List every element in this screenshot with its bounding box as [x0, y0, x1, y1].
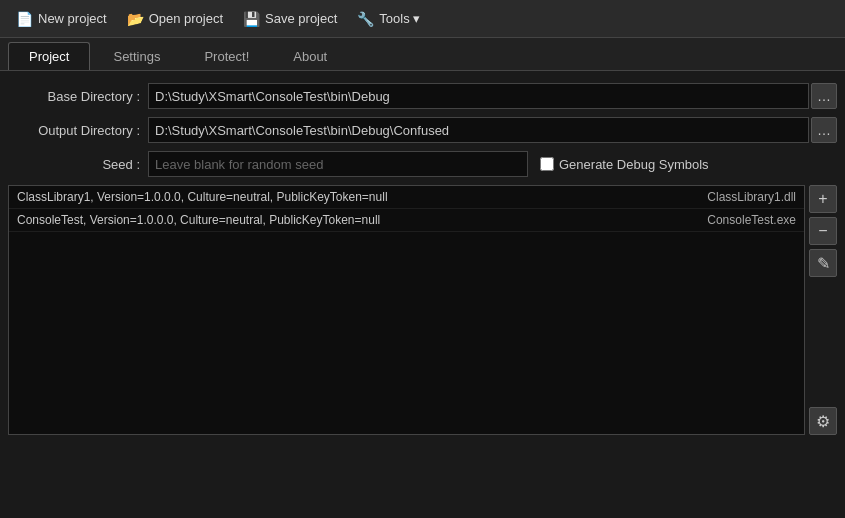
top-buttons-group: + − ✎ — [809, 185, 837, 277]
assembly-file: ConsoleTest.exe — [707, 213, 796, 227]
assembly-file: ClassLibrary1.dll — [707, 190, 796, 204]
base-dir-label: Base Directory : — [8, 89, 148, 104]
open-project-button[interactable]: 📂 Open project — [119, 7, 231, 31]
assembly-name: ConsoleTest, Version=1.0.0.0, Culture=ne… — [17, 213, 380, 227]
output-dir-label: Output Directory : — [8, 123, 148, 138]
list-area: ClassLibrary1, Version=1.0.0.0, Culture=… — [8, 185, 837, 435]
add-assembly-button[interactable]: + — [809, 185, 837, 213]
seed-label: Seed : — [8, 157, 148, 172]
generate-debug-group: Generate Debug Symbols — [540, 157, 709, 172]
list-item: ConsoleTest, Version=1.0.0.0, Culture=ne… — [9, 209, 804, 232]
side-buttons-panel: + − ✎ ⚙ — [809, 185, 837, 435]
base-dir-input[interactable] — [148, 83, 809, 109]
seed-row: Seed : Generate Debug Symbols — [8, 151, 837, 177]
generate-debug-checkbox[interactable] — [540, 157, 554, 171]
tab-about[interactable]: About — [272, 42, 348, 70]
output-dir-input[interactable] — [148, 117, 809, 143]
tabs-bar: Project Settings Protect! About — [0, 38, 845, 71]
main-content: Base Directory : … Output Directory : … … — [0, 71, 845, 513]
tab-protect[interactable]: Protect! — [183, 42, 270, 70]
gear-button[interactable]: ⚙ — [809, 407, 837, 435]
tools-icon: 🔧 — [357, 11, 374, 27]
assembly-list: ClassLibrary1, Version=1.0.0.0, Culture=… — [8, 185, 805, 435]
gear-button-group: ⚙ — [809, 407, 837, 435]
toolbar: 📄 New project 📂 Open project 💾 Save proj… — [0, 0, 845, 38]
save-project-icon: 💾 — [243, 11, 260, 27]
tools-button[interactable]: 🔧 Tools ▾ — [349, 7, 428, 31]
generate-debug-label: Generate Debug Symbols — [559, 157, 709, 172]
tab-settings[interactable]: Settings — [92, 42, 181, 70]
list-item: ClassLibrary1, Version=1.0.0.0, Culture=… — [9, 186, 804, 209]
open-project-icon: 📂 — [127, 11, 144, 27]
save-project-button[interactable]: 💾 Save project — [235, 7, 345, 31]
assembly-name: ClassLibrary1, Version=1.0.0.0, Culture=… — [17, 190, 388, 204]
edit-assembly-button[interactable]: ✎ — [809, 249, 837, 277]
output-dir-browse-button[interactable]: … — [811, 117, 837, 143]
remove-assembly-button[interactable]: − — [809, 217, 837, 245]
tab-project[interactable]: Project — [8, 42, 90, 70]
seed-input[interactable] — [148, 151, 528, 177]
new-project-icon: 📄 — [16, 11, 33, 27]
new-project-button[interactable]: 📄 New project — [8, 7, 115, 31]
output-dir-row: Output Directory : … — [8, 117, 837, 143]
base-dir-row: Base Directory : … — [8, 83, 837, 109]
base-dir-browse-button[interactable]: … — [811, 83, 837, 109]
